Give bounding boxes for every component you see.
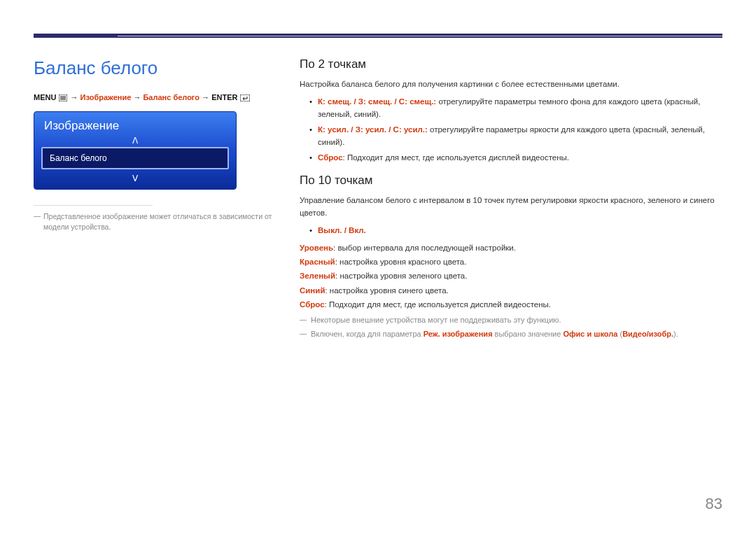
page-title: Баланс белого [34,57,283,79]
section-2-points-heading: По 2 точкам [300,57,722,71]
section-10-points-heading: По 10 точкам [300,174,722,188]
list-item: Сброс: Подходит для мест, где использует… [300,152,722,164]
note2-key3: Видео/изобр. [622,330,673,338]
chevron-up-icon[interactable]: ᐱ [34,134,236,147]
green-text: : настройка уровня зеленого цвета. [335,272,467,280]
bc-arrow3: → [202,93,209,101]
blue-key: Синий [300,286,325,295]
note-1: Некоторые внешние устройства могут не по… [300,314,722,326]
blue-text: : настройка уровня синего цвета. [325,286,448,295]
list-item: Выкл. / Вкл. [300,225,722,237]
section-2-list: К: смещ. / З: смещ. / С: смещ.: отрегули… [300,96,722,164]
green-key: Зеленый [300,272,335,280]
note-2: Включен, когда для параметра Реж. изобра… [300,328,722,340]
def-blue: Синий: настройка уровня синего цвета. [300,284,722,297]
right-column: По 2 точкам Настройка баланса белого для… [300,57,722,343]
list-item: К: смещ. / З: смещ. / С: смещ.: отрегули… [300,96,722,121]
offset-keys: К: смещ. / З: смещ. / С: смещ.: [318,97,436,106]
osd-selected-item[interactable]: Баланс белого [41,147,229,169]
left-divider [34,205,153,206]
bc-menu: MENU [34,93,56,101]
note2-close: ). [673,330,678,338]
def-red: Красный: настройка уровня красного цвета… [300,255,722,268]
reset10-key: Сброс [300,300,325,309]
svg-rect-4 [240,94,250,101]
osd-title: Изображение [34,112,236,134]
menu-icon [58,94,68,101]
level-key: Уровень [300,244,333,252]
bc-arrow2: → [133,93,141,101]
section-2-intro: Настройка баланса белого для получения к… [300,78,722,90]
chevron-down-icon[interactable]: ᐯ [34,172,236,189]
bc-item1: Изображение [80,93,132,101]
note2-mid: выбрано значение [493,330,564,338]
section-10-list: Выкл. / Вкл. [300,225,722,237]
note2-key2: Офис и школа [563,330,617,338]
def-reset: Сброс: Подходит для мест, где использует… [300,298,722,311]
bc-arrow1: → [71,93,78,101]
note2-key1: Реж. изображения [424,330,493,338]
level-text: : выбор интервала для последующей настро… [333,244,516,252]
reset2-key: Сброс [318,153,343,162]
gain-keys: К: усил. / З: усил. / С: усил.: [318,125,428,134]
def-green: Зеленый: настройка уровня зеленого цвета… [300,269,722,282]
bc-enter: ENTER [211,93,237,101]
header-rule [118,36,722,36]
page-body: Баланс белого MENU → Изображение → Балан… [0,38,756,343]
left-footnote: Представленное изображение может отличат… [34,211,283,232]
section-10-intro: Управление балансом белого с интервалом … [300,195,722,219]
breadcrumb: MENU → Изображение → Баланс белого → ENT… [34,93,283,101]
page-number: 83 [706,495,722,513]
red-text: : настройка уровня красного цвета. [335,258,467,266]
def-level: Уровень: выбор интервала для последующей… [300,241,722,254]
bc-item2: Баланс белого [143,93,200,101]
reset2-text: : Подходит для мест, где используется ди… [343,153,569,162]
reset10-text: : Подходит для мест, где используется ди… [325,300,551,309]
onoff: Выкл. / Вкл. [318,226,366,234]
osd-panel: Изображение ᐱ Баланс белого ᐯ [34,111,237,190]
list-item: К: усил. / З: усил. / С: усил.: отрегули… [300,124,722,149]
red-key: Красный [300,258,335,266]
note2-pre: Включен, когда для параметра [311,330,424,338]
enter-icon [240,94,250,101]
left-column: Баланс белого MENU → Изображение → Балан… [34,57,300,343]
